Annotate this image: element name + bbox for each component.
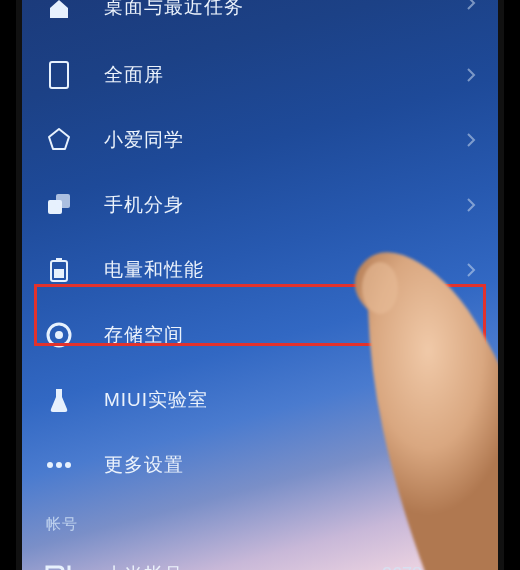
chevron-right-icon <box>462 391 480 409</box>
chevron-right-icon <box>462 566 480 571</box>
home-icon <box>44 0 74 24</box>
svg-rect-4 <box>56 258 62 261</box>
chevron-right-icon <box>462 0 480 12</box>
section-header-account: 帐号 <box>22 497 498 542</box>
row-label: 小米帐号 <box>104 562 382 571</box>
row-label: 存储空间 <box>104 322 462 348</box>
svg-point-9 <box>56 462 62 468</box>
row-xiaoai[interactable]: 小爱同学 <box>22 107 498 172</box>
row-more-settings[interactable]: 更多设置 <box>22 432 498 497</box>
row-label: 更多设置 <box>104 452 462 478</box>
settings-list: 桌面与最近任务 全面屏 小爱同学 <box>22 0 498 570</box>
row-label: 小爱同学 <box>104 127 462 153</box>
row-label: 手机分身 <box>104 192 462 218</box>
chevron-right-icon <box>462 196 480 214</box>
more-icon <box>44 450 74 480</box>
svg-rect-0 <box>50 62 68 88</box>
settings-screen: 桌面与最近任务 全面屏 小爱同学 <box>22 0 498 570</box>
chevron-right-icon <box>462 66 480 84</box>
row-label: 桌面与最近任务 <box>104 0 462 20</box>
row-label: MIUI实验室 <box>104 387 462 413</box>
row-label: 电量和性能 <box>104 257 462 283</box>
lab-icon <box>44 385 74 415</box>
row-battery-performance[interactable]: 电量和性能 <box>22 237 498 302</box>
svg-rect-5 <box>54 269 64 278</box>
row-storage[interactable]: 存储空间 <box>22 302 498 367</box>
phone-frame: 桌面与最近任务 全面屏 小爱同学 <box>22 0 498 570</box>
svg-point-10 <box>65 462 71 468</box>
chevron-right-icon <box>462 456 480 474</box>
chevron-right-icon <box>462 131 480 149</box>
svg-point-7 <box>55 331 63 339</box>
chevron-right-icon <box>462 326 480 344</box>
row-second-space[interactable]: 手机分身 <box>22 172 498 237</box>
row-label: 全面屏 <box>104 62 462 88</box>
xiaoai-icon <box>44 125 74 155</box>
fullscreen-icon <box>44 60 74 90</box>
row-fullscreen[interactable]: 全面屏 <box>22 42 498 107</box>
row-miui-lab[interactable]: MIUI实验室 <box>22 367 498 432</box>
row-mi-account[interactable]: 小米帐号 2678454 <box>22 542 498 570</box>
chevron-right-icon <box>462 261 480 279</box>
account-value: 2678454 <box>382 564 452 570</box>
mi-logo-icon <box>44 560 74 571</box>
battery-icon <box>44 255 74 285</box>
row-desktop-recent[interactable]: 桌面与最近任务 <box>22 0 498 42</box>
svg-point-8 <box>47 462 53 468</box>
svg-rect-2 <box>56 194 70 208</box>
second-space-icon <box>44 190 74 220</box>
storage-icon <box>44 320 74 350</box>
